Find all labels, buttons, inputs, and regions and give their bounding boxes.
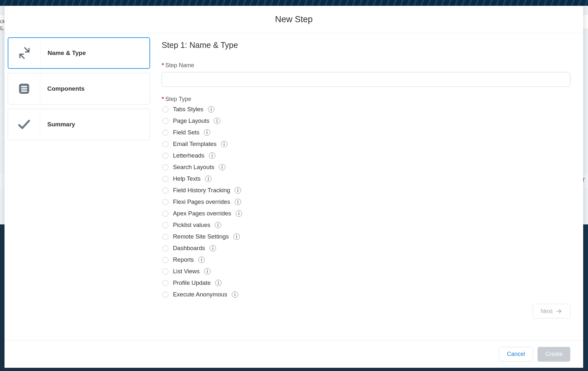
step-name-input[interactable]	[162, 72, 570, 87]
radio-input[interactable]	[162, 280, 168, 286]
radio-input[interactable]	[162, 176, 168, 182]
step-type-option[interactable]: Picklist values	[162, 222, 570, 229]
info-icon[interactable]	[215, 280, 222, 286]
radio-input[interactable]	[162, 199, 168, 205]
step-type-option[interactable]: Field Sets	[162, 129, 570, 136]
info-icon[interactable]	[215, 222, 221, 228]
info-icon[interactable]	[205, 176, 212, 182]
step-type-option-label: Field History Tracking	[173, 187, 230, 194]
step-type-option[interactable]: Apex Pages overrides	[162, 210, 570, 217]
svg-rect-11	[224, 144, 224, 146]
radio-input[interactable]	[162, 245, 168, 251]
svg-point-12	[212, 154, 213, 155]
step-type-option-label: Page Layouts	[173, 117, 209, 124]
svg-point-26	[236, 235, 237, 236]
step-type-option[interactable]: Letterheads	[162, 152, 570, 159]
step-type-option-label: Reports	[173, 256, 194, 263]
step-type-option[interactable]: Tabs Styles	[162, 106, 570, 113]
svg-rect-19	[238, 190, 238, 192]
step-type-option-label: Tabs Styles	[173, 106, 204, 113]
info-icon[interactable]	[209, 152, 215, 159]
step-type-option[interactable]: Search Layouts	[162, 164, 570, 171]
radio-input[interactable]	[162, 234, 168, 240]
create-button-label: Create	[545, 351, 563, 357]
radio-input[interactable]	[162, 153, 168, 159]
step-type-option[interactable]: Flexi Pages overrides	[162, 198, 570, 205]
step-type-option-label: Execute Anonymous	[173, 291, 227, 298]
step-type-option[interactable]: Remote Site Settings	[162, 233, 570, 240]
info-icon[interactable]	[219, 164, 225, 170]
next-button-label: Next	[541, 308, 553, 315]
svg-point-10	[224, 142, 225, 143]
info-icon[interactable]	[210, 245, 216, 251]
info-icon[interactable]	[204, 129, 210, 136]
svg-rect-2	[21, 88, 27, 89]
radio-input[interactable]	[162, 164, 168, 170]
radio-input[interactable]	[162, 268, 168, 275]
radio-input[interactable]	[162, 187, 168, 194]
svg-rect-25	[218, 225, 218, 227]
wizard-step-components[interactable]: Components	[8, 73, 150, 104]
step-type-option-label: Remote Site Settings	[173, 233, 229, 240]
step-type-option[interactable]: List Views	[162, 268, 570, 275]
step-type-option[interactable]: Help Texts	[162, 175, 570, 182]
step-name-label: * Step Name	[162, 62, 570, 69]
info-icon[interactable]	[204, 268, 211, 275]
modal-header: New Step	[5, 6, 583, 33]
app-header-stripe	[0, 0, 588, 6]
svg-rect-31	[201, 259, 202, 262]
info-icon[interactable]	[233, 233, 240, 240]
svg-rect-9	[207, 132, 207, 134]
radio-input[interactable]	[162, 106, 168, 113]
create-button[interactable]: Create	[538, 347, 570, 362]
wizard-step-label: Summary	[40, 121, 75, 128]
step-type-option[interactable]: Execute Anonymous	[162, 291, 570, 298]
radio-input[interactable]	[162, 257, 168, 263]
wizard-step-name-and-type[interactable]: Name & Type	[8, 37, 150, 69]
step-type-option-label: Field Sets	[173, 129, 199, 136]
radio-input[interactable]	[162, 222, 168, 228]
svg-point-4	[211, 108, 212, 109]
radio-input[interactable]	[162, 118, 168, 124]
svg-rect-5	[211, 109, 211, 111]
info-icon[interactable]	[221, 141, 227, 147]
svg-point-28	[212, 247, 213, 248]
wizard-step-summary[interactable]: Summary	[8, 109, 150, 140]
info-icon[interactable]	[208, 106, 214, 113]
radio-input[interactable]	[162, 292, 168, 298]
wizard-step-label: Components	[40, 85, 85, 92]
svg-point-16	[208, 177, 209, 178]
info-icon[interactable]	[198, 257, 205, 263]
modal-main: Step 1: Name & Type * Step Name * Step T…	[155, 33, 583, 340]
info-icon[interactable]	[232, 291, 238, 298]
svg-rect-1	[21, 86, 27, 87]
check-icon	[8, 109, 40, 140]
next-row: Next	[162, 298, 570, 324]
cancel-button-label: Cancel	[507, 351, 525, 357]
step-type-option-label: List Views	[173, 268, 200, 275]
radio-input[interactable]	[162, 130, 168, 136]
next-button[interactable]: Next	[533, 304, 570, 319]
step-type-option[interactable]: Profile Update	[162, 279, 570, 286]
step-type-option[interactable]: Email Templates	[162, 140, 570, 148]
info-icon[interactable]	[214, 118, 220, 124]
svg-rect-23	[239, 213, 239, 215]
step-type-option-label: Email Templates	[173, 140, 216, 148]
radio-input[interactable]	[162, 211, 168, 217]
svg-rect-29	[213, 248, 213, 250]
modal-title: New Step	[275, 14, 312, 24]
step-type-option[interactable]: Reports	[162, 256, 570, 263]
step-type-option-label: Apex Pages overrides	[173, 210, 231, 217]
info-icon[interactable]	[236, 210, 242, 217]
collapse-arrows-icon	[8, 38, 41, 68]
step-type-option[interactable]: Page Layouts	[162, 117, 570, 124]
info-icon[interactable]	[235, 199, 241, 205]
step-type-option[interactable]: Dashboards	[162, 245, 570, 252]
svg-point-14	[222, 166, 222, 167]
svg-rect-15	[222, 167, 222, 169]
cancel-button[interactable]: Cancel	[499, 347, 533, 362]
step-type-option-label: Help Texts	[173, 175, 201, 182]
step-type-option[interactable]: Field History Tracking	[162, 187, 570, 194]
info-icon[interactable]	[235, 187, 241, 194]
radio-input[interactable]	[162, 141, 168, 147]
